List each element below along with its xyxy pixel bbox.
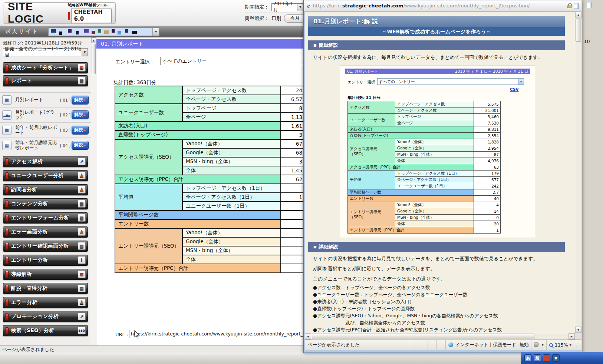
scroll-up-icon[interactable]: ▲ <box>575 12 581 18</box>
row-sub-label: Google（全体） <box>395 208 474 215</box>
help-button[interactable]: 解説▶ <box>72 96 89 105</box>
help-button[interactable]: 解説▶ <box>72 126 89 135</box>
protected-mode-button[interactable]: ▼ <box>531 340 546 350</box>
row-value: 40 <box>474 196 501 202</box>
row-value: 1,828 <box>474 139 501 145</box>
this-month-button[interactable]: 今月 <box>284 14 306 23</box>
row-sub-label: Yahoo!（全体） <box>395 202 474 208</box>
sidebar-item-error-screen[interactable]: エラー画面分析♟ <box>3 226 88 238</box>
monthly-report-icon: ▦ <box>2 95 11 105</box>
screenshot-date-range: 2010 年 7 月 1 日～ 2010 年 7 月 31 日 <box>455 69 528 74</box>
sidebar-item-report[interactable]: レポート▤ <box>3 75 88 86</box>
row-value: 2,954 <box>474 145 501 152</box>
address-bar[interactable]: e https://kirin.strategic-cheetah.com/ww… <box>304 0 581 11</box>
sidebar-item-visitor-analysis[interactable]: 訪問者分析♟ <box>3 184 88 195</box>
sidebar-item-access-analysis[interactable]: アクセス解析↗ <box>3 156 88 167</box>
row-sub-label: MSN・bing（全体） <box>182 157 281 166</box>
sidebar-item-label: 離脱・直帰分析 <box>11 285 47 292</box>
address-url[interactable]: https://kirin.strategic-cheetah.com/www.… <box>313 3 564 9</box>
status-text: ページが表示されました <box>305 342 410 348</box>
table-row: 平均閲覧ページ数2.7 <box>348 189 501 196</box>
report-item-label: 月別レポート(グラフ) <box>15 110 59 120</box>
sidebar-item-entry-confirm[interactable]: エントリー確認画面分析▤ <box>3 241 88 252</box>
chevron-down-icon[interactable]: ▼ <box>297 4 303 11</box>
error-analysis-icon: ♟ <box>78 298 86 306</box>
row-label: 平均閲覧ページ数 <box>115 211 281 219</box>
sidebar-item-label: コンテンツ分析 <box>11 201 48 207</box>
red-bar-icon <box>5 299 9 306</box>
scrollbar-thumb[interactable] <box>312 334 534 339</box>
chevron-down-icon[interactable]: ▼ <box>82 49 88 56</box>
page-subtitle: ～WEB解析で成功するホームページを作ろう～ <box>308 27 565 36</box>
period-select[interactable]: 2011年1月 ▼ <box>271 3 303 11</box>
sidebar-scrollbar[interactable]: ▲ <box>91 37 96 345</box>
sidebar-item-content-analysis[interactable]: コンテンツ分析▤ <box>3 198 88 209</box>
row-sub-label: 全ページ <box>395 120 474 126</box>
row-label: エントリー数 <box>115 219 281 228</box>
row-value: 1,61 <box>281 122 304 130</box>
help-button[interactable]: 解説▶ <box>72 141 89 150</box>
scroll-down-icon[interactable]: ▼ <box>575 327 581 333</box>
site-selector[interactable]: ▼ <box>48 27 159 36</box>
scrollbar-thumb[interactable] <box>576 19 581 42</box>
row-label: 直帰数(トップページ) <box>348 133 474 139</box>
horizontal-scrollbar[interactable]: ◀ ▶ <box>305 333 575 340</box>
sidebar-item-promotion-analysis[interactable]: プロモーション分析↗ <box>3 311 88 322</box>
table-row: アクセス数トップページ・アクセス数5,575 <box>348 101 501 107</box>
sidebar-item-entry-form[interactable]: エントリーフォーム分析▤ <box>3 212 88 224</box>
chevron-down-icon: ▼ <box>518 79 524 85</box>
sidebar-item-unique-user[interactable]: ユニークユーザー分析♟ <box>3 170 88 181</box>
sidebar-item-seo-analysis[interactable]: 検索（SEO）分析SEO <box>3 325 88 336</box>
sidebar-item-flow-analysis[interactable]: 導線解析⊞ <box>3 269 88 280</box>
row-label: アクセス誘導元（PPC）合計 <box>348 164 474 171</box>
help-button[interactable]: 解説▶ <box>72 110 89 119</box>
entry-select-label: エントリー選択： <box>115 59 154 65</box>
row-sub-label: Google（全体） <box>395 145 474 152</box>
table-row: アクセス誘導元（SEO）Yahoo!（全体）67 <box>115 139 304 148</box>
row-sub-label: 全ページ・アクセス数 <box>182 95 281 104</box>
sidebar-report-item[interactable]: ▦前年・前月誘導元比較レポート[ 04 ]解説▶ <box>0 138 91 153</box>
page-icon[interactable] <box>574 3 579 9</box>
table-row: エントリー数 <box>115 219 304 228</box>
scroll-right-icon[interactable]: ▶ <box>569 333 575 340</box>
row-sub-label: トップページ・アクセス数 <box>182 86 281 95</box>
scroll-up-icon[interactable]: ▲ <box>91 37 96 43</box>
internet-zone-icon <box>448 343 453 347</box>
url-label: URL： <box>115 331 130 338</box>
scrollbar-thumb[interactable] <box>92 44 96 74</box>
ime-tool-icon[interactable] <box>543 354 550 362</box>
table-row: 来訪者(入口)1,61 <box>115 122 304 130</box>
taskbar-strip <box>0 353 603 364</box>
red-bar-icon <box>5 243 9 250</box>
chevron-down-icon[interactable]: ▼ <box>152 28 159 36</box>
red-bar-icon <box>5 201 9 208</box>
scroll-left-icon[interactable]: ◀ <box>305 333 311 340</box>
sidebar-item-analysis-sheet[interactable]: 成功シート「分析シート」⊞ <box>3 62 88 73</box>
csv-link: CSV <box>510 87 519 92</box>
data-bullet: ●アクセス誘導元(SEO)：Yahoo、Google、MSN・bingの各自然検… <box>313 312 502 319</box>
sidebar-report-item[interactable]: ▦前年・前月比較レポート[ 03 ]解説▶ <box>0 123 91 138</box>
row-value: 6,57 <box>281 95 304 104</box>
ime-options-icon[interactable]: ▼ <box>552 354 560 362</box>
menu-filter-select[interactable]: 開発・全てのメニュー(ベータ) 81項目 ▼ <box>3 48 88 56</box>
logo-version: CHEETAH 6.0 <box>71 9 112 23</box>
row-value: 1 <box>474 227 501 234</box>
row-group-label: エントリー誘導元（SEO） <box>115 228 182 264</box>
vertical-scrollbar[interactable]: ▲ ▼ <box>575 12 581 333</box>
ime-mode-icon[interactable]: 般 <box>534 354 541 362</box>
sidebar-item-entry-analysis[interactable]: エントリー分析! <box>3 255 88 266</box>
sidebar-item-error-analysis[interactable]: エラー分析♟ <box>3 297 88 308</box>
sidebar-report-item[interactable]: ▂▅▃月別レポート(グラフ)[ 02 ]解説▶ <box>0 107 91 123</box>
row-value <box>281 211 304 219</box>
row-value: 7,530 <box>474 120 501 126</box>
report-item-number: [ 03 ] <box>60 128 70 132</box>
sidebar-report-item[interactable]: ▦月別レポート[ 01 ]解説▶ <box>0 92 91 107</box>
zoom-control[interactable]: 115% ▼ <box>546 340 574 350</box>
ime-input-mode-icon[interactable]: あ <box>524 354 532 362</box>
row-value: 0 <box>474 215 501 221</box>
row-value: 5,575 <box>474 101 501 107</box>
background-fragment-text: 10 <box>584 39 590 44</box>
resize-grip[interactable]: ⋰ <box>576 343 581 348</box>
sidebar-item-exit-bounce[interactable]: 離脱・直帰分析▤ <box>3 283 88 294</box>
entry-select: すべてのエントリー ▼ <box>377 78 524 85</box>
